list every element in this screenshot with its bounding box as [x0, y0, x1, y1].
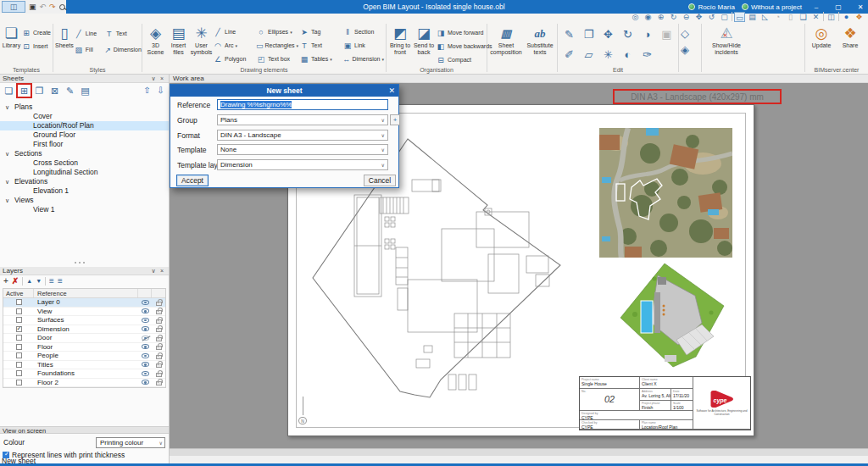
layer-visibility-icon[interactable] — [142, 353, 149, 358]
layer-lock-icon[interactable] — [156, 302, 162, 306]
organisation-tool-button[interactable]: ◨Move forward — [436, 27, 492, 38]
edit-tool-icon[interactable]: ✎ — [559, 25, 579, 46]
layer-active-checkbox[interactable] — [16, 317, 22, 323]
view-tool-icon[interactable]: ⊖ — [681, 12, 692, 22]
tree-item[interactable]: Cover — [0, 112, 169, 121]
layer-visibility-icon[interactable] — [142, 362, 149, 367]
layer-active-checkbox[interactable] — [16, 335, 22, 341]
edit-tool-icon[interactable]: ✥ — [598, 25, 618, 46]
move-layer-down-icon[interactable]: ▼ — [36, 276, 42, 286]
layer-active-checkbox[interactable] — [16, 362, 22, 368]
dialog-close-icon[interactable]: ✕ — [388, 85, 395, 97]
composition-button[interactable]: ▥Sheet composition — [489, 24, 523, 55]
layer-active-checkbox[interactable] — [16, 326, 22, 332]
style-button[interactable]: TText — [104, 28, 142, 39]
layer-visibility-icon[interactable] — [142, 326, 149, 331]
horizontal-scrollbar[interactable] — [170, 448, 868, 456]
layer-active-checkbox[interactable] — [16, 352, 22, 358]
tree-item[interactable]: ∨ Elevations — [0, 177, 169, 186]
tree-item[interactable]: Longitudinal Section — [0, 168, 169, 177]
user-chip[interactable]: Rocío María — [688, 3, 735, 11]
drawing-tool-button[interactable]: ➤Tag — [299, 26, 341, 37]
layer-row[interactable]: Dimension — [3, 325, 165, 335]
drawing-big-button[interactable]: ✳User symbols — [190, 24, 213, 55]
layer-row[interactable]: Floor — [3, 343, 165, 352]
bimserver-button[interactable]: ◎Update — [807, 24, 836, 49]
tree-item[interactable]: Ground Floor — [0, 130, 169, 140]
template-select[interactable]: None∨ — [217, 144, 388, 155]
save-icon[interactable]: ▣ — [29, 3, 36, 11]
drawing-tool-button[interactable]: ╱Line — [213, 26, 254, 37]
organisation-tool-button[interactable]: ⊟Compact — [436, 54, 492, 65]
view-tool-icon[interactable]: ◫ — [826, 12, 837, 22]
layer-active-checkbox[interactable] — [16, 344, 22, 350]
drawing-tool-button[interactable]: ○Ellipses▾ — [256, 26, 298, 37]
edit-tool-icon[interactable]: ▱ — [579, 46, 598, 66]
layer-lock-icon[interactable] — [156, 363, 162, 368]
layer-active-checkbox[interactable] — [16, 380, 22, 386]
layer-visibility-icon[interactable] — [142, 336, 149, 341]
layer-lock-icon[interactable] — [156, 346, 162, 350]
tree-item[interactable]: Elevation 1 — [0, 186, 169, 196]
layer-row[interactable]: Surfaces — [3, 316, 165, 325]
project-chip[interactable]: Without a project — [742, 3, 802, 11]
group-select[interactable]: Plans∨ — [217, 114, 388, 125]
sheets-tool-icon[interactable]: ⊠ — [48, 85, 61, 97]
layer-row[interactable]: Foundations — [3, 369, 165, 379]
layer-row[interactable]: Floor 2 — [3, 379, 165, 388]
layer-lock-icon[interactable] — [156, 319, 162, 324]
style-button[interactable]: ╱Line — [74, 28, 104, 39]
close-panel-icon[interactable]: × — [158, 75, 166, 81]
drawing-tool-button[interactable]: ∠Polygon — [213, 53, 254, 64]
layer-visibility-icon[interactable] — [142, 300, 149, 305]
tree-item[interactable]: First floor — [0, 140, 169, 149]
move-layer-up-icon[interactable]: ▲ — [26, 276, 32, 286]
layer-visibility-icon[interactable] — [142, 318, 149, 323]
collapse-panel-icon[interactable]: ∨ — [149, 75, 158, 82]
view-tool-icon[interactable]: ↺ — [706, 12, 717, 22]
layer-lock-icon[interactable] — [156, 373, 162, 377]
view-tool-icon[interactable]: ▢ — [719, 12, 730, 22]
minimize-button[interactable]: – — [809, 3, 824, 11]
close-button[interactable]: ✕ — [853, 3, 868, 11]
view-tool-icon[interactable]: ✕ — [810, 12, 821, 22]
organisation-tool-button[interactable]: ◧Move backwards — [436, 41, 492, 52]
layer-lock-icon[interactable] — [156, 328, 162, 332]
show-all-layers-icon[interactable]: ≡ — [49, 276, 54, 286]
layer-row[interactable]: Layer 0 — [3, 298, 165, 308]
tree-item[interactable]: Cross Section — [0, 158, 169, 168]
colour-select[interactable]: Printing colour ∨ — [96, 437, 165, 448]
view-tool-icon[interactable]: ❖ — [854, 12, 865, 22]
layer-lock-icon[interactable] — [156, 381, 162, 386]
view-tool-icon[interactable]: ↻ — [668, 12, 679, 22]
create-template-button[interactable]: ⊞Create — [21, 27, 51, 38]
layer-lock-icon[interactable] — [156, 337, 162, 341]
sheets-tool-icon[interactable]: ▤ — [79, 85, 92, 97]
tree-item[interactable]: ∨ Plans — [0, 103, 169, 112]
edit-tool-icon[interactable]: ◑ — [637, 25, 657, 46]
insert-template-button[interactable]: ⊡Insert — [21, 41, 51, 52]
tree-item[interactable]: Location/Roof Plan — [0, 121, 169, 130]
layer-visibility-icon[interactable] — [142, 371, 149, 376]
view-tool-icon[interactable]: ◺ — [760, 12, 771, 22]
close-panel-icon[interactable]: × — [158, 268, 166, 274]
view-cube-icon[interactable]: ◇ — [681, 27, 689, 40]
view-tool-icon[interactable]: ▤ — [747, 12, 758, 22]
reference-input[interactable]: Drawing %%shgrno%% — [217, 99, 388, 110]
view-tool-icon[interactable]: ▯ — [785, 12, 796, 22]
edit-tool-icon[interactable]: ❐ — [579, 25, 598, 46]
add-group-button[interactable]: + — [390, 114, 400, 125]
style-button[interactable]: ↗Dimension — [104, 44, 142, 55]
move-sheet-down-icon[interactable]: ⇩ — [155, 86, 166, 95]
composition-button[interactable]: abSubstitute texts — [523, 24, 557, 55]
view-tool-icon[interactable] — [838, 12, 839, 21]
cancel-button[interactable]: Cancel — [364, 175, 396, 186]
edit-tool-icon[interactable]: ◐ — [618, 46, 637, 66]
view-tool-icon[interactable]: ✥ — [693, 12, 704, 22]
redo-icon[interactable]: ↷ — [49, 3, 56, 11]
layer-visibility-icon[interactable] — [142, 308, 149, 313]
sheets-tool-icon[interactable]: ✎ — [64, 85, 76, 97]
tree-item[interactable]: ∨ Views — [0, 196, 169, 205]
layer-active-checkbox[interactable] — [16, 370, 22, 376]
edit-tool-icon[interactable]: ✳ — [598, 46, 618, 66]
